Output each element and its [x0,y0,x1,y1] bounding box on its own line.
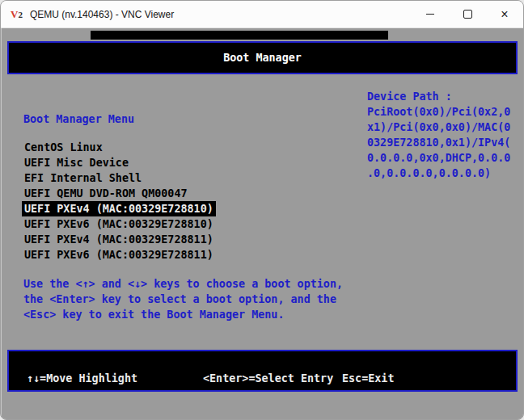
boot-manager-banner: Boot Manager [7,41,518,74]
hint-move-highlight: ↑↓=Move Highlight [27,371,137,386]
device-path-line: 0329E728810,0x1)/IPv4( [367,135,519,150]
hint-select-entry: <Enter>=Select Entry [203,371,333,386]
boot-entry-pxev6-8810[interactable]: UEFI PXEv6 (MAC:00329E728810) [22,216,216,232]
boot-menu-title: Boot Manager Menu [23,111,134,127]
vnc-toolbar-strip [91,31,388,40]
device-path-line: x1)/Pci(0x0,0x0)/MAC(0 [367,120,519,135]
help-text: Use the <↑> and <↓> keys to choose a boo… [23,276,343,322]
device-path-panel: Device Path : PciRoot(0x0)/Pci(0x2,0 x1)… [367,89,519,181]
minimize-icon [426,14,434,15]
boot-entry-pxev4-8811[interactable]: UEFI PXEv4 (MAC:00329E728811) [22,232,216,247]
boot-entry-qemu-dvd-rom[interactable]: UEFI QEMU DVD-ROM QM00047 [22,186,190,201]
device-path-line: 0.0.0.0,0x0,DHCP,0.0.0 [367,150,519,166]
vnc-logo-2: 2 [18,10,23,19]
boot-entry-pxev6-8811[interactable]: UEFI PXEv6 (MAC:00329E728811) [22,247,216,262]
boot-entry-efi-internal-shell[interactable]: EFI Internal Shell [22,170,144,186]
window-title: QEMU (nv.140463) - VNC Viewer [30,9,174,20]
hint-exit: Esc=Exit [342,371,395,386]
footer-hint-bar: ↑↓=Move Highlight <Enter>=Select Entry E… [7,350,518,392]
footer-hint-row: ↑↓=Move Highlight <Enter>=Select Entry E… [9,371,516,386]
device-path-label: Device Path : [367,89,519,104]
boot-entry-pxev4-8810[interactable]: UEFI PXEv4 (MAC:00329E728810) [22,201,216,216]
help-line: <Esc> key to exit the Boot Manager Menu. [23,307,343,322]
boot-entry-list: CentOS Linux UEFI Misc Device EFI Intern… [22,140,216,262]
minimize-button[interactable] [412,1,449,27]
device-path-line: .0,0.0.0.0,0.0.0.0) [367,166,519,181]
vnc-viewer-window: V2 QEMU (nv.140463) - VNC Viewer × Boot … [0,0,524,420]
close-button[interactable]: × [486,1,523,27]
close-icon: × [501,8,508,21]
maximize-button[interactable] [449,1,486,27]
vnc-app-icon[interactable]: V2 [11,9,23,19]
device-path-line: PciRoot(0x0)/Pci(0x2,0 [367,104,519,120]
boot-entry-centos[interactable]: CentOS Linux [22,140,105,155]
window-controls: × [412,1,523,27]
help-line: the <Enter> key to select a boot option,… [23,292,343,307]
boot-entry-uefi-misc-device[interactable]: UEFI Misc Device [22,155,131,170]
vnc-display[interactable]: Boot Manager Device Path : PciRoot(0x0)/… [2,28,523,420]
vnc-logo-v: V [11,8,18,20]
boot-manager-title: Boot Manager [223,50,302,65]
maximize-icon [463,10,472,19]
window-titlebar[interactable]: V2 QEMU (nv.140463) - VNC Viewer × [1,1,523,28]
help-line: Use the <↑> and <↓> keys to choose a boo… [23,276,343,292]
